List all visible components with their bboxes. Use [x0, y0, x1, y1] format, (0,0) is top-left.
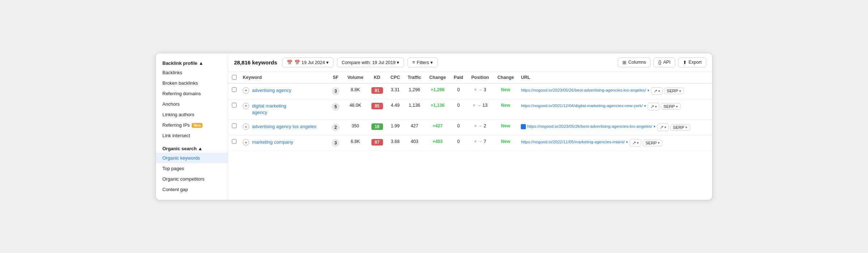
sidebar-item-label: Broken backlinks	[162, 80, 198, 86]
sidebar-item-broken-backlinks[interactable]: Broken backlinks	[156, 78, 228, 88]
row-actions: ↗ ▾ SERP ▾	[648, 103, 681, 110]
sidebar-item-linking-authors[interactable]: Linking authors	[156, 109, 228, 120]
row-pos-change: New	[493, 83, 518, 99]
trend-button[interactable]: ↗ ▾	[648, 103, 659, 110]
columns-button[interactable]: ⊞ Columns	[618, 58, 651, 67]
serp-chevron: ▾	[685, 125, 687, 129]
sidebar-item-referring-domains[interactable]: Referring domains	[156, 88, 228, 99]
sidebar-item-anchors[interactable]: Anchors	[156, 99, 228, 109]
serp-chevron: ▾	[679, 89, 681, 93]
row-cpc: 3.68	[387, 135, 404, 151]
sidebar-backlinks-group: BacklinksBroken backlinksReferring domai…	[156, 67, 228, 141]
sidebar-item-link-intersect[interactable]: Link intersect	[156, 130, 228, 141]
row-traffic: 1,136	[404, 99, 425, 119]
trend-button[interactable]: ↗ ▾	[651, 87, 663, 95]
row-checkbox[interactable]	[232, 103, 237, 107]
sidebar-item-content-gap[interactable]: Content gap	[156, 184, 228, 195]
row-checkbox-cell	[228, 83, 240, 99]
sidebar-item-organic-keywords[interactable]: Organic keywords	[156, 153, 228, 163]
row-sf: 3	[328, 135, 343, 151]
table-row: + marketing company 3 6.8K 87 3.68 403 +…	[228, 135, 712, 151]
row-url[interactable]: https://nogood.io/2023/05/26/best-advert…	[521, 88, 649, 92]
sidebar-item-label: Content gap	[162, 187, 188, 192]
api-icon: {}	[658, 60, 661, 65]
sidebar-item-label: Organic keywords	[162, 155, 200, 161]
row-pos-change: New	[493, 135, 518, 151]
expand-keyword-button[interactable]: +	[243, 103, 249, 109]
calendar-icon: 📅	[287, 60, 293, 65]
row-checkbox[interactable]	[232, 139, 237, 144]
keyword-text[interactable]: advertising agency los angeles	[252, 123, 316, 130]
sidebar-section-backlink[interactable]: Backlink profile ▲	[156, 58, 228, 67]
date-picker-button[interactable]: 📅 📅 19 Jul 2024 ▾	[282, 58, 333, 67]
kd-badge: 18	[371, 123, 383, 130]
serp-button[interactable]: SERP ▾	[643, 140, 663, 146]
position-arrow: × →	[474, 139, 482, 144]
row-keyword-cell: + advertising agency los angeles	[240, 120, 328, 135]
expand-keyword-button[interactable]: +	[243, 123, 249, 130]
serp-button[interactable]: SERP ▾	[664, 88, 684, 94]
row-traffic: 1,296	[404, 83, 425, 99]
sidebar-item-backlinks[interactable]: Backlinks	[156, 67, 228, 78]
header-position: Position	[467, 72, 493, 83]
row-url[interactable]: https://nogood.io/2022/11/05/marketing-a…	[521, 140, 627, 144]
url-expand-arrow[interactable]: ▾	[644, 104, 646, 108]
serp-button[interactable]: SERP ▾	[670, 124, 690, 131]
sidebar-item-label: Linking authors	[162, 112, 194, 117]
header-cpc: CPC	[387, 72, 404, 83]
row-checkbox[interactable]	[232, 87, 237, 92]
row-change: +427	[425, 120, 450, 135]
row-pos-change: New	[493, 120, 518, 135]
row-change: +1,136	[425, 99, 450, 119]
trend-chevron: ▾	[658, 89, 660, 93]
sidebar: Backlink profile ▲ BacklinksBroken backl…	[156, 53, 228, 200]
trend-button[interactable]: ↗ ▾	[630, 139, 641, 147]
trend-button[interactable]: ↗ ▾	[657, 123, 669, 131]
row-paid: 0	[450, 83, 467, 99]
row-volume: 6.8K	[343, 135, 367, 151]
keyword-text[interactable]: marketing company	[252, 139, 303, 146]
expand-keyword-button[interactable]: +	[243, 139, 249, 146]
sidebar-item-referring-ips[interactable]: Referring IPsNew	[156, 120, 228, 130]
row-sf: 3	[328, 83, 343, 99]
new-badge: New	[192, 123, 203, 128]
row-url[interactable]: https://nogood.io/2023/05/26/best-advert…	[521, 124, 655, 128]
url-expand-arrow[interactable]: ▾	[654, 125, 655, 128]
row-actions: ↗ ▾ SERP ▾	[630, 139, 663, 147]
keyword-text[interactable]: advertising agency	[252, 87, 303, 94]
compare-button[interactable]: Compare with: 19 Jul 2019 ▾	[337, 58, 404, 67]
serp-button[interactable]: SERP ▾	[661, 103, 681, 110]
expand-keyword-button[interactable]: +	[243, 87, 249, 94]
url-expand-arrow[interactable]: ▾	[647, 88, 649, 92]
export-icon: ⬆	[683, 60, 687, 65]
keyword-text[interactable]: digital marketingagency	[252, 103, 303, 116]
url-expand-arrow[interactable]: ▾	[626, 140, 628, 144]
row-sf: 2	[328, 120, 343, 135]
table-row: + digital marketingagency 5 48.0K 85 4.4…	[228, 99, 712, 119]
filters-button[interactable]: ≡ Filters ▾	[408, 58, 438, 67]
header-keyword: Keyword	[240, 72, 328, 83]
export-button[interactable]: ⬆ Export	[678, 58, 706, 67]
row-url[interactable]: https://nogood.io/2021/12/04/digital-mar…	[521, 104, 646, 108]
sidebar-section-organic[interactable]: Organic search ▲	[156, 144, 228, 153]
data-table-wrap: Keyword SF Volume KD CPC Traffic Change …	[228, 72, 712, 200]
row-kd: 87	[367, 135, 387, 151]
row-paid: 0	[450, 120, 467, 135]
serp-chevron: ▾	[658, 141, 660, 145]
keywords-count: 28,816 keywords	[234, 59, 277, 66]
header-kd: KD	[367, 72, 387, 83]
row-position: × → 13	[467, 99, 493, 119]
action-buttons: ⊞ Columns {} API ⬆ Export	[618, 58, 706, 67]
sidebar-item-label: Link intersect	[162, 133, 190, 138]
select-all-checkbox[interactable]	[232, 75, 237, 80]
api-button[interactable]: {} API	[654, 58, 675, 67]
row-checkbox[interactable]	[232, 123, 237, 128]
sidebar-item-top-pages[interactable]: Top pages	[156, 163, 228, 174]
table-body: + advertising agency 3 8.8K 81 3.31 1,29…	[228, 83, 712, 151]
sf-badge: 3	[332, 139, 340, 147]
sidebar-item-label: Organic competitors	[162, 176, 204, 182]
position-arrow: × →	[473, 103, 481, 108]
row-traffic: 427	[404, 120, 425, 135]
sidebar-item-organic-competitors[interactable]: Organic competitors	[156, 174, 228, 184]
row-change: +403	[425, 135, 450, 151]
